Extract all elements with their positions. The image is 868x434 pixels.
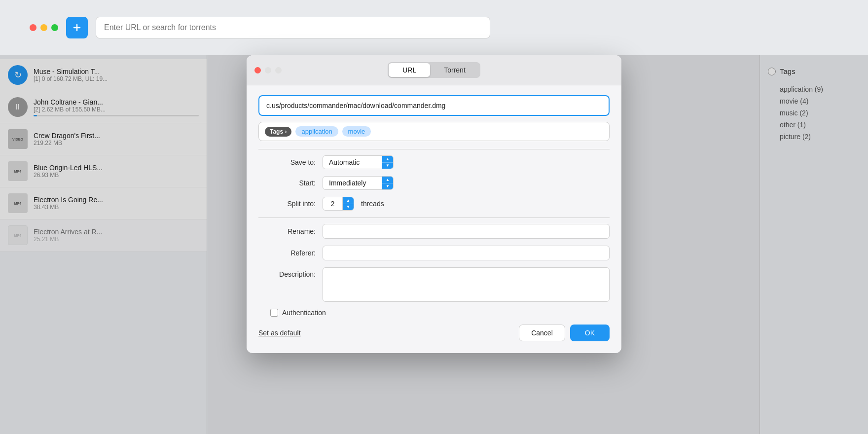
window-controls [30, 24, 58, 31]
start-stepper[interactable]: ▲ ▼ [382, 177, 393, 189]
save-to-row: Save to: Automatic ▲ ▼ [258, 155, 610, 169]
app-window: ↻ Muse - Simulation T... [1] 0 of 160.72… [0, 0, 868, 434]
dialog-minimize-button[interactable] [265, 67, 271, 73]
split-down-arrow[interactable]: ▼ [343, 204, 354, 211]
dialog-close-button[interactable] [254, 67, 261, 73]
start-select[interactable]: Immediately ▲ ▼ [323, 176, 394, 190]
section-divider [258, 149, 610, 149]
description-row: Description: [258, 267, 610, 302]
save-to-value: Automatic [323, 156, 382, 169]
start-up-arrow[interactable]: ▲ [382, 177, 393, 183]
rename-label: Rename: [258, 227, 323, 235]
start-label: Start: [258, 179, 323, 187]
tag-chip-movie[interactable]: movie [342, 126, 371, 137]
save-to-up-arrow[interactable]: ▲ [382, 156, 393, 163]
set-default-link[interactable]: Set as default [258, 329, 301, 337]
dialog-maximize-button[interactable] [275, 67, 282, 73]
rename-row: Rename: [258, 224, 610, 239]
dialog-footer: Set as default Cancel OK [258, 325, 610, 341]
search-input[interactable] [104, 23, 482, 32]
search-bar[interactable] [96, 17, 490, 38]
referer-input[interactable] [323, 246, 610, 260]
url-input-container[interactable] [258, 95, 610, 116]
split-stepper[interactable]: ▲ ▼ [343, 197, 354, 210]
referer-label: Referer: [258, 249, 323, 257]
cancel-button[interactable]: Cancel [519, 325, 565, 341]
threads-label: threads [361, 200, 384, 208]
dialog-body: Tags › application movie Save to: Automa… [247, 85, 621, 353]
start-value: Immediately [323, 177, 382, 189]
description-textarea[interactable] [323, 267, 610, 302]
tag-chip-application[interactable]: application [295, 126, 338, 137]
maximize-window-button[interactable] [51, 24, 58, 31]
close-window-button[interactable] [30, 24, 36, 31]
save-to-down-arrow[interactable]: ▼ [382, 163, 393, 169]
rename-input[interactable] [323, 224, 610, 239]
add-url-dialog: URL Torrent Tags › application movie [247, 55, 621, 353]
referer-row: Referer: [258, 246, 610, 260]
tab-torrent[interactable]: Torrent [430, 63, 479, 77]
start-down-arrow[interactable]: ▼ [382, 183, 393, 190]
add-download-button[interactable] [66, 17, 88, 38]
url-input[interactable] [266, 102, 602, 109]
auth-checkbox[interactable] [270, 309, 278, 317]
save-to-select[interactable]: Automatic ▲ ▼ [323, 155, 394, 169]
split-value: 2 [323, 197, 343, 210]
start-control: Immediately ▲ ▼ [323, 176, 394, 190]
tags-row: Tags › application movie [258, 122, 610, 141]
dialog-overlay: URL Torrent Tags › application movie [0, 55, 868, 434]
auth-row: Authentication [270, 309, 610, 317]
description-label: Description: [258, 267, 323, 278]
ok-button[interactable]: OK [570, 325, 610, 341]
auth-label: Authentication [282, 309, 326, 317]
split-row: Split into: 2 ▲ ▼ threads [258, 197, 610, 211]
split-up-arrow[interactable]: ▲ [343, 197, 354, 204]
split-control: 2 ▲ ▼ threads [323, 197, 384, 211]
dialog-tabs: URL Torrent [388, 62, 480, 78]
dialog-titlebar: URL Torrent [247, 55, 621, 85]
main-content: ↻ Muse - Simulation T... [1] 0 of 160.72… [0, 55, 868, 434]
save-to-stepper[interactable]: ▲ ▼ [382, 156, 393, 169]
split-label: Split into: [258, 200, 323, 208]
tab-url[interactable]: URL [389, 63, 430, 77]
footer-buttons: Cancel OK [519, 325, 610, 341]
save-to-control: Automatic ▲ ▼ [323, 155, 394, 169]
section-divider-2 [258, 217, 610, 218]
split-stepper-control[interactable]: 2 ▲ ▼ [323, 197, 354, 211]
dialog-window-controls [254, 67, 282, 73]
minimize-window-button[interactable] [40, 24, 47, 31]
toolbar [0, 0, 868, 55]
start-row: Start: Immediately ▲ ▼ [258, 176, 610, 190]
save-to-label: Save to: [258, 158, 323, 166]
tags-toggle-button[interactable]: Tags › [265, 127, 291, 137]
